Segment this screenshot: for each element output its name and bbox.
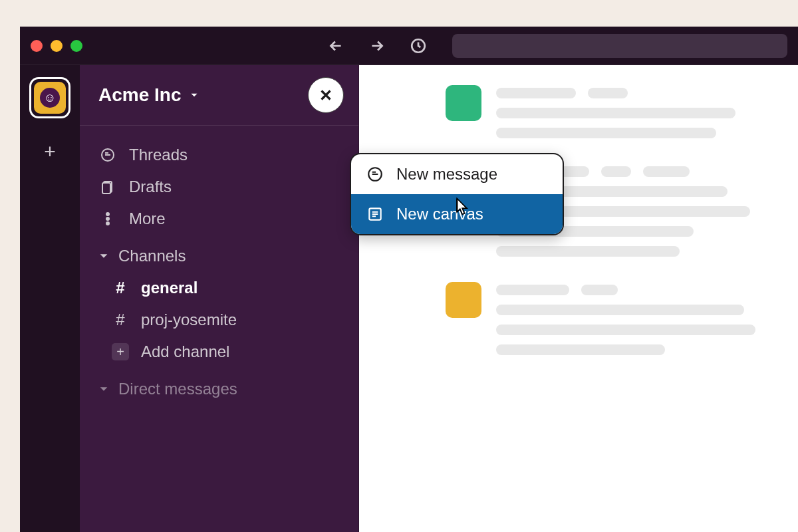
- plus-icon: +: [112, 343, 129, 360]
- workspace-avatar-face: ☺: [40, 88, 60, 108]
- caret-down-icon: [98, 384, 109, 394]
- svg-point-6: [106, 222, 109, 225]
- placeholder-line: [496, 325, 755, 335]
- channel-name-label: proj-yosemite: [141, 311, 237, 329]
- channel-general[interactable]: # general: [80, 272, 358, 304]
- placeholder-line: [496, 305, 744, 315]
- message-row: [446, 85, 778, 138]
- caret-down-icon: [98, 251, 109, 261]
- sidebar-item-label: More: [129, 209, 166, 228]
- close-icon: [317, 86, 334, 104]
- section-channels-label: Channels: [118, 247, 186, 265]
- placeholder-line: [496, 108, 735, 118]
- compose-close-button[interactable]: [308, 77, 344, 113]
- sidebar-nav: Threads Drafts More Channels: [80, 126, 358, 418]
- placeholder-line: [496, 344, 665, 355]
- slack-window: ☺ + Acme Inc Threa: [20, 27, 798, 532]
- nav-forward-button[interactable]: [366, 35, 388, 57]
- window-minimize[interactable]: [51, 40, 63, 52]
- placeholder-line: [496, 285, 569, 295]
- compose-menu: New message New canvas: [350, 153, 564, 235]
- sidebar-item-label: Threads: [129, 146, 188, 164]
- nav-back-button[interactable]: [325, 35, 347, 57]
- hash-icon: #: [112, 311, 129, 329]
- more-icon: [98, 209, 117, 228]
- workspace-avatar: ☺: [34, 82, 66, 114]
- channel-name-label: general: [141, 279, 198, 297]
- menu-item-new-canvas[interactable]: New canvas: [351, 194, 563, 234]
- avatar: [446, 85, 481, 121]
- add-channel-label: Add channel: [141, 342, 229, 361]
- placeholder-line: [588, 88, 628, 98]
- placeholder-line: [496, 88, 576, 98]
- sidebar-item-more[interactable]: More: [80, 203, 358, 235]
- workspace-header[interactable]: Acme Inc: [80, 65, 358, 126]
- section-dm-label: Direct messages: [118, 380, 237, 398]
- window-maximize[interactable]: [70, 40, 82, 52]
- placeholder-line: [581, 285, 618, 295]
- placeholder-line: [601, 166, 631, 177]
- workspace-switcher-acme[interactable]: ☺: [29, 77, 70, 118]
- svg-point-4: [106, 213, 109, 215]
- titlebar: [20, 27, 798, 65]
- clock-icon: [410, 37, 427, 55]
- workspace-name-label: Acme Inc: [98, 84, 182, 106]
- placeholder-line: [643, 166, 690, 177]
- section-channels-header[interactable]: Channels: [80, 235, 358, 272]
- arrow-left-icon: [327, 37, 344, 55]
- threads-icon: [98, 146, 117, 164]
- svg-point-5: [106, 217, 109, 220]
- menu-item-new-message[interactable]: New message: [351, 154, 563, 194]
- hash-icon: #: [112, 279, 129, 297]
- workspace-rail: ☺ +: [20, 65, 80, 532]
- message-icon: [366, 165, 384, 184]
- avatar: [446, 282, 481, 318]
- sidebar-item-label: Drafts: [129, 178, 172, 196]
- add-channel-button[interactable]: + Add channel: [80, 336, 358, 368]
- chevron-down-icon: [188, 89, 200, 101]
- svg-rect-3: [102, 183, 110, 194]
- arrow-right-icon: [368, 37, 386, 55]
- sidebar-item-threads[interactable]: Threads: [80, 139, 358, 171]
- sidebar: Acme Inc Threads Dr: [80, 65, 359, 532]
- section-dm-header[interactable]: Direct messages: [80, 368, 358, 405]
- channel-proj-yosemite[interactable]: # proj-yosemite: [80, 304, 358, 336]
- history-button[interactable]: [407, 35, 430, 57]
- menu-item-label: New canvas: [396, 205, 483, 223]
- canvas-icon: [366, 205, 384, 223]
- message-row: [446, 282, 778, 355]
- sidebar-item-drafts[interactable]: Drafts: [80, 171, 358, 203]
- drafts-icon: [98, 178, 117, 196]
- placeholder-line: [496, 246, 680, 257]
- search-input[interactable]: [452, 34, 787, 58]
- menu-item-label: New message: [396, 165, 497, 184]
- app-body: ☺ + Acme Inc Threa: [20, 65, 798, 532]
- window-controls: [31, 40, 82, 52]
- add-workspace-button[interactable]: +: [35, 137, 65, 166]
- main-content: [359, 65, 798, 532]
- placeholder-line: [496, 128, 716, 138]
- window-close[interactable]: [31, 40, 43, 52]
